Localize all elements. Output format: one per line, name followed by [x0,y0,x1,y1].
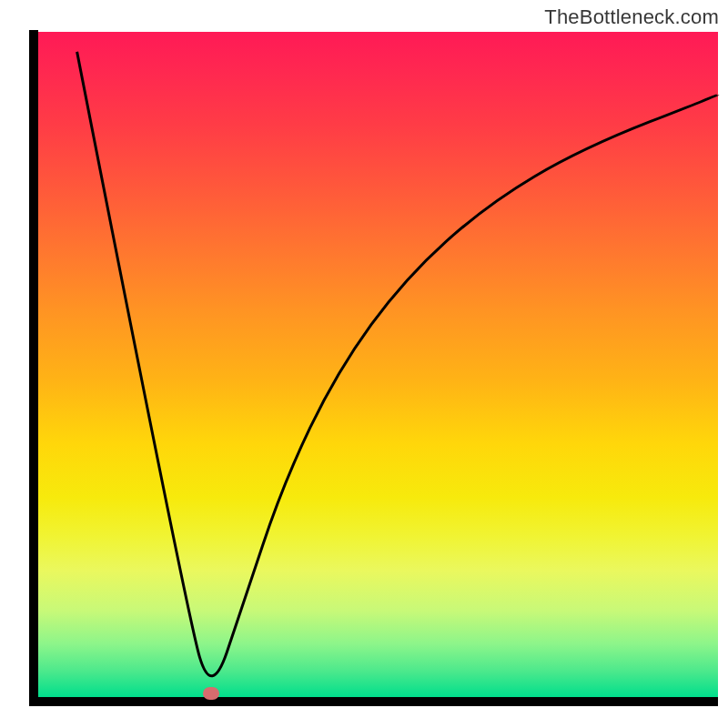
minimum-marker-icon [203,687,219,700]
chart-container: TheBottleneck.com [0,0,728,728]
x-axis [29,697,718,706]
y-axis [29,30,38,706]
chart-gradient-background [38,32,718,697]
watermark-label: TheBottleneck.com [544,5,719,29]
